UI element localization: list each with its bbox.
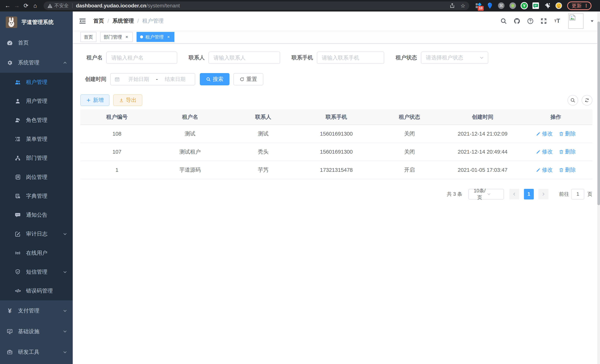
sidebar-item-post-management[interactable]: 岗位管理: [0, 168, 73, 187]
filter-row-2: 创建时间 开始日期 - 结束日期 搜索: [80, 73, 592, 85]
column-header-6: 操作: [519, 110, 592, 125]
delete-link[interactable]: 删除: [559, 166, 576, 174]
cell-status: 关闭: [373, 125, 446, 143]
sidebar-item-dict-management[interactable]: 字典管理: [0, 187, 73, 205]
sidebar-menu: 首页系统管理租户管理用户管理角色管理菜单管理部门管理岗位管理字典管理通知公告审计…: [0, 33, 73, 362]
page-number-1[interactable]: 1: [524, 189, 534, 200]
sidebar-item-dev-tools[interactable]: 研发工具: [0, 342, 73, 362]
header-search-icon[interactable]: [500, 17, 507, 25]
close-tab-icon[interactable]: ×: [124, 35, 129, 39]
calendar-icon: [114, 77, 120, 82]
green-dot-extension-icon[interactable]: [509, 2, 516, 9]
filter-row-1: 租户名 联系人 联系手机 租户状态 请选择租户状态: [80, 52, 592, 64]
browser-menu-icon[interactable]: ⋮: [584, 3, 589, 8]
tab-department-management[interactable]: 部门管理×: [100, 32, 133, 42]
command-extension-icon[interactable]: ⌘: [497, 2, 505, 9]
sidebar-item-audit-log[interactable]: 审计日志: [0, 224, 73, 243]
forward-icon[interactable]: →: [12, 1, 21, 10]
edit-link[interactable]: 修改: [536, 148, 553, 156]
sidebar-item-department-management[interactable]: 部门管理: [0, 149, 73, 168]
edit-link[interactable]: 修改: [536, 130, 553, 138]
delete-link[interactable]: 删除: [559, 148, 576, 156]
sidebar-item-infrastructure[interactable]: 基础设施: [0, 321, 73, 342]
add-button-label: 新增: [93, 96, 104, 104]
sidebar-logo-row[interactable]: 芋道管理系统: [0, 11, 73, 33]
export-button[interactable]: 导出: [113, 94, 142, 106]
github-icon[interactable]: [513, 17, 521, 25]
address-bar[interactable]: 不安全 dashboard.yudao.iocoder.cn/system/te…: [44, 1, 469, 10]
browser-update-button[interactable]: 更新 ⋮: [567, 1, 592, 10]
contact-input[interactable]: [208, 52, 280, 64]
online-users-icon: [14, 250, 21, 256]
sidebar-item-error-code-management[interactable]: </>错误码管理: [0, 281, 73, 300]
reset-button[interactable]: 重置: [233, 73, 263, 85]
next-page-icon[interactable]: [538, 189, 548, 200]
menu-management-icon: [14, 136, 21, 142]
home-icon[interactable]: ⌂: [31, 1, 40, 10]
date-range-picker[interactable]: 开始日期 - 结束日期: [110, 73, 195, 85]
share-icon[interactable]: [449, 3, 455, 9]
goto-page-input[interactable]: [571, 189, 584, 200]
security-label[interactable]: 不安全: [54, 2, 69, 9]
tenant-name-input[interactable]: [106, 52, 177, 64]
bookmark-star-icon[interactable]: ☆: [460, 3, 465, 9]
page-size-select[interactable]: 10条/页: [469, 189, 504, 200]
map-pin-extension-icon[interactable]: [486, 2, 494, 9]
toggle-search-icon[interactable]: [568, 95, 578, 106]
browser-scrollbar[interactable]: [597, 11, 600, 364]
sidebar-item-label: 用户管理: [26, 97, 67, 105]
back-icon[interactable]: ←: [3, 1, 12, 10]
chat-extension-icon[interactable]: [532, 2, 540, 9]
delete-link[interactable]: 删除: [559, 130, 576, 138]
sidebar-item-label: 错误码管理: [26, 287, 67, 295]
y-logo-extension-icon[interactable]: Y: [520, 2, 528, 9]
sidebar-item-label: 角色管理: [26, 117, 67, 124]
export-button-label: 导出: [126, 96, 137, 104]
sidebar-item-payment-management[interactable]: ¥支付管理: [0, 300, 73, 321]
sidebar-item-menu-management[interactable]: 菜单管理: [0, 130, 73, 149]
blue-diamond-extension-icon[interactable]: 10: [475, 2, 482, 9]
sidebar-item-user-management[interactable]: 用户管理: [0, 92, 73, 111]
fullscreen-icon[interactable]: [540, 17, 547, 25]
column-header-1: 租户名: [153, 110, 226, 125]
sidebar-item-label: 短信管理: [26, 268, 63, 276]
breadcrumb-item-0[interactable]: 首页: [93, 17, 104, 25]
puzzle-extension-icon[interactable]: [544, 2, 551, 9]
sidebar-item-system-management[interactable]: 系统管理: [0, 53, 73, 73]
status-select[interactable]: 请选择租户状态: [421, 52, 488, 64]
breadcrumb-item-1[interactable]: 系统管理: [112, 17, 134, 25]
edit-link[interactable]: 修改: [536, 166, 553, 174]
user-avatar[interactable]: [568, 13, 584, 29]
prev-page-icon[interactable]: [509, 189, 519, 200]
mobile-input[interactable]: [317, 52, 384, 64]
cell-mobile: 15601691300: [300, 143, 373, 161]
scrollbar-thumb[interactable]: [597, 21, 600, 205]
sidebar-item-role-management[interactable]: 角色管理: [0, 111, 73, 130]
tab-tenant-management[interactable]: 租户管理×: [137, 32, 174, 42]
sidebar-item-online-users[interactable]: 在线用户: [0, 243, 73, 262]
department-management-icon: [14, 155, 21, 161]
chevron-down-icon: [63, 350, 67, 355]
sidebar-item-tenant-management[interactable]: 租户管理: [0, 73, 73, 92]
sidebar-item-notice-announcement[interactable]: 通知公告: [0, 205, 73, 224]
emoji-extension-icon[interactable]: [555, 2, 562, 9]
sidebar-item-home[interactable]: 首页: [0, 33, 73, 53]
tenant-table: 租户编号租户名联系人联系手机租户状态创建时间操作 108测试测试15601691…: [80, 110, 592, 179]
page-content: 租户名 联系人 联系手机 租户状态 请选择租户状态: [73, 44, 600, 364]
help-icon[interactable]: [526, 17, 534, 25]
close-tab-icon[interactable]: ×: [166, 35, 171, 39]
font-size-icon[interactable]: TT: [553, 17, 561, 25]
search-button[interactable]: 搜索: [200, 73, 230, 85]
sidebar-toggle-icon[interactable]: [78, 17, 87, 25]
tab-home[interactable]: 首页: [80, 32, 96, 42]
table-header-row: 租户编号租户名联系人联系手机租户状态创建时间操作: [80, 110, 592, 125]
refresh-table-icon[interactable]: [582, 95, 592, 106]
infrastructure-icon: [7, 328, 13, 335]
edit-icon: [536, 168, 541, 173]
avatar-caret-icon[interactable]: [590, 19, 594, 23]
reload-icon[interactable]: ⟳: [21, 1, 31, 10]
add-button[interactable]: 新增: [80, 94, 110, 106]
sidebar-item-label: 基础设施: [18, 328, 63, 335]
cell-mobile: 17321315478: [300, 161, 373, 179]
sidebar-item-sms-management[interactable]: 短信管理: [0, 262, 73, 281]
